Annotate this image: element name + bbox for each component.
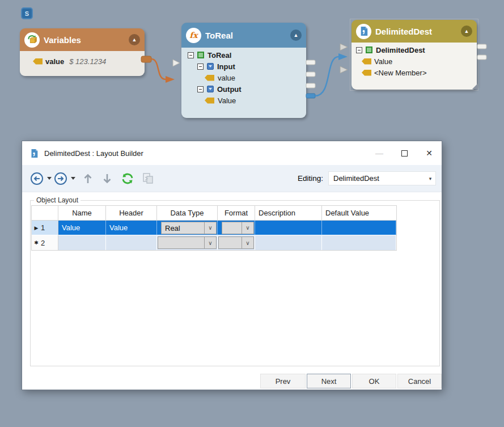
move-down-button[interactable] bbox=[100, 172, 114, 185]
delimited-input-port-top[interactable] bbox=[340, 44, 348, 50]
column-header-header[interactable]: Header bbox=[106, 206, 157, 221]
cell-description[interactable] bbox=[255, 221, 322, 235]
chevron-down-icon: ∨ bbox=[242, 237, 253, 248]
collapse-box-icon[interactable] bbox=[197, 64, 204, 70]
collapse-box-icon[interactable] bbox=[356, 47, 362, 53]
forward-button[interactable] bbox=[54, 172, 67, 185]
delimited-port-2[interactable] bbox=[477, 55, 486, 60]
close-button[interactable]: ✕ bbox=[417, 141, 442, 165]
datatype-value: Real bbox=[162, 222, 204, 234]
cell-name[interactable] bbox=[58, 235, 106, 250]
variables-member-row[interactable]: value $ 123.1234 bbox=[33, 56, 145, 67]
fx-label: fx bbox=[189, 31, 197, 40]
variables-node[interactable]: Variables ▲ value $ 123.1234 bbox=[20, 28, 145, 76]
toreal-port-input[interactable] bbox=[306, 60, 315, 65]
wire-arrowhead-blue bbox=[338, 53, 348, 60]
variables-node-body: value $ 123.1234 bbox=[20, 51, 145, 76]
cell-datatype: Real ∨ bbox=[157, 221, 218, 235]
toreal-to-delimited-wire[interactable] bbox=[315, 57, 338, 96]
datatype-dropdown[interactable]: ∨ bbox=[158, 236, 217, 249]
resize-grip[interactable] bbox=[472, 83, 478, 89]
collapse-box-icon[interactable] bbox=[197, 86, 204, 92]
toreal-collapse-button[interactable]: ▲ bbox=[290, 29, 302, 41]
minimize-button[interactable]: — bbox=[367, 141, 392, 165]
paste-layout-button[interactable] bbox=[141, 172, 155, 185]
next-button[interactable]: Next bbox=[307, 374, 351, 388]
grid-row-2[interactable]: ✱ 2 ∨ ∨ bbox=[32, 235, 396, 250]
delimiteddest-node-header[interactable]: DelimitedDest ▲ bbox=[351, 20, 477, 43]
tree-row[interactable]: ToReal bbox=[181, 49, 306, 61]
cell-header[interactable] bbox=[106, 235, 157, 250]
prev-button[interactable]: Prev bbox=[260, 374, 306, 388]
tree-row[interactable]: value bbox=[181, 72, 306, 83]
cell-description[interactable] bbox=[255, 235, 322, 250]
toreal-port-output[interactable] bbox=[306, 83, 315, 88]
datatype-value bbox=[158, 237, 204, 248]
cell-name[interactable]: Value bbox=[58, 221, 106, 235]
cancel-button[interactable]: Cancel bbox=[397, 374, 442, 388]
editing-combobox[interactable]: DelimitedDest ▾ bbox=[328, 171, 436, 185]
toreal-port-outvalue[interactable] bbox=[306, 94, 315, 98]
tree-row[interactable]: Value bbox=[181, 95, 306, 106]
delimiteddest-collapse-button[interactable]: ▲ bbox=[461, 26, 472, 37]
dialog-title: DelimitedDest : Layout Builder bbox=[44, 149, 367, 158]
toreal-input-port[interactable] bbox=[173, 60, 180, 66]
back-button[interactable] bbox=[30, 172, 44, 185]
node-square-icon bbox=[366, 46, 372, 53]
tree-row[interactable]: Value bbox=[351, 56, 477, 67]
tree-label: Value bbox=[218, 96, 236, 105]
cell-header[interactable]: Value bbox=[106, 221, 157, 235]
toreal-node[interactable]: fx ToReal ▲ ToReal Input value bbox=[181, 23, 306, 118]
current-row-marker: ▶ bbox=[32, 225, 41, 231]
grid-corner-cell bbox=[32, 206, 58, 221]
variables-collapse-button[interactable]: ▲ bbox=[129, 34, 140, 45]
move-up-button[interactable] bbox=[81, 172, 95, 185]
ok-button[interactable]: OK bbox=[352, 374, 396, 388]
back-dropdown-caret[interactable] bbox=[47, 177, 52, 180]
column-header-format[interactable]: Format bbox=[218, 206, 255, 221]
member-tag-icon bbox=[205, 75, 214, 81]
column-header-datatype[interactable]: Data Type bbox=[157, 206, 218, 221]
tree-label: ToReal bbox=[207, 51, 231, 60]
variables-icon bbox=[24, 32, 40, 48]
column-header-defaultvalue[interactable]: Default Value bbox=[322, 206, 396, 221]
row-header-2[interactable]: ✱ 2 bbox=[32, 235, 58, 250]
tree-row[interactable]: <New Member> bbox=[351, 67, 477, 78]
dialog-button-row: Prev Next OK Cancel bbox=[260, 374, 442, 388]
grid-row-1[interactable]: ▶ 1 Value Value Real ∨ ∨ bbox=[32, 221, 396, 235]
chevron-down-icon: ∨ bbox=[204, 237, 216, 248]
chevron-down-icon: ∨ bbox=[204, 222, 216, 234]
maximize-button[interactable] bbox=[392, 141, 417, 165]
row-number: 1 bbox=[41, 223, 45, 232]
refresh-button[interactable] bbox=[121, 172, 134, 185]
tree-row[interactable]: Output bbox=[181, 83, 306, 95]
toreal-node-header[interactable]: fx ToReal ▲ bbox=[181, 23, 306, 48]
datatype-dropdown[interactable]: Real ∨ bbox=[161, 222, 217, 234]
delimited-port-1[interactable] bbox=[477, 44, 486, 49]
delimiteddest-node[interactable]: DelimitedDest ▲ DelimitedDest Value <New… bbox=[351, 20, 477, 90]
variables-to-toreal-wire[interactable] bbox=[151, 59, 166, 79]
forward-dropdown-caret[interactable] bbox=[71, 177, 75, 180]
delimiteddest-file-icon bbox=[356, 24, 371, 39]
variables-node-header[interactable]: Variables ▲ bbox=[20, 28, 145, 51]
row-header-1[interactable]: ▶ 1 bbox=[32, 221, 58, 235]
format-dropdown[interactable]: ∨ bbox=[218, 236, 254, 249]
object-layout-groupbox: Object Layout Name Header Data Type Form… bbox=[30, 200, 440, 366]
collapse-box-icon[interactable] bbox=[188, 52, 194, 58]
format-dropdown[interactable]: ∨ bbox=[222, 222, 254, 234]
tree-row[interactable]: DelimitedDest bbox=[351, 44, 477, 56]
delimited-input-port-new[interactable] bbox=[340, 66, 348, 73]
dialog-titlebar[interactable]: DelimitedDest : Layout Builder — ✕ bbox=[22, 141, 442, 165]
tree-row[interactable]: Input bbox=[181, 61, 306, 72]
cell-defaultvalue[interactable] bbox=[322, 235, 396, 250]
toreal-port-value[interactable] bbox=[306, 72, 315, 77]
column-header-name[interactable]: Name bbox=[58, 206, 106, 221]
editing-label: Editing: bbox=[298, 174, 323, 183]
row-number: 2 bbox=[41, 239, 45, 247]
document-icon bbox=[359, 26, 369, 36]
member-name: value bbox=[45, 57, 64, 66]
up-arrow-icon bbox=[82, 172, 94, 185]
column-header-description[interactable]: Description bbox=[255, 206, 322, 221]
paste-document-icon bbox=[142, 172, 154, 185]
cell-defaultvalue[interactable] bbox=[322, 221, 396, 235]
